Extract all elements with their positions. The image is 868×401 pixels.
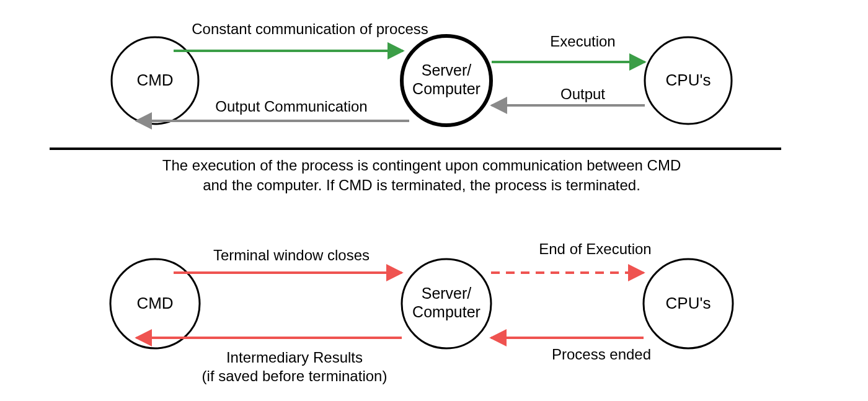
label-end-of-execution: End of Execution	[539, 240, 651, 257]
top-cpus-label: CPU's	[666, 71, 711, 89]
top-cmd-label: CMD	[136, 71, 173, 89]
label-intermediary-results-1: Intermediary Results	[226, 349, 363, 366]
label-output: Output	[560, 86, 605, 102]
top-server-label-1: Server/	[422, 61, 472, 79]
label-constant-communication: Constant communication of process	[192, 20, 428, 37]
label-execution: Execution	[550, 33, 615, 50]
label-process-ended: Process ended	[552, 346, 651, 363]
label-intermediary-results-2: (if saved before termination)	[202, 368, 388, 384]
bottom-server-label-2: Computer	[412, 303, 480, 320]
top-server-label-2: Computer	[412, 80, 480, 97]
label-output-communication: Output Communication	[215, 98, 367, 115]
caption-line-2: and the computer. If CMD is terminated, …	[203, 177, 640, 193]
bottom-cpus-label: CPU's	[666, 294, 711, 312]
bottom-server-label-1: Server/	[422, 284, 472, 302]
label-terminal-closes: Terminal window closes	[213, 247, 370, 263]
caption-line-1: The execution of the process is continge…	[162, 157, 681, 174]
bottom-cmd-label: CMD	[136, 294, 173, 312]
